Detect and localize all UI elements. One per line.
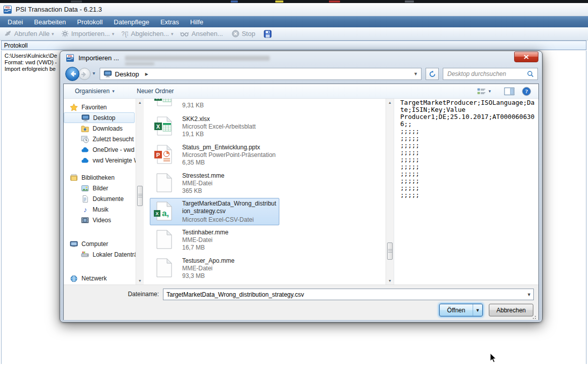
file-type: MME-Datei [182,180,213,187]
scroll-up-icon[interactable]: ▲ [386,99,394,106]
resize-grip[interactable] [530,313,536,319]
file-item-targetmarketdata-selected[interactable]: a,X TargetMarketData_Wrong_distribution_… [144,197,386,226]
sidebar-scrollbar[interactable]: ▲ ▼ [136,99,144,285]
fetch-all-button[interactable]: Abrufen Alle ▾ [4,30,54,37]
sidebar-item-local-disk[interactable]: Lokaler Datenträg [64,249,136,260]
sidebar-item-dokumente[interactable]: Dokumente [64,193,136,204]
music-note-icon: ♪ [81,206,90,214]
file-size: 93,3 MB [182,272,205,280]
svg-text:X: X [156,124,160,130]
sidebar-group-netzwerk[interactable]: Netzwerk [64,273,136,283]
breadcrumb-arrow-icon[interactable]: ▶ [145,72,148,76]
sidebar-item-label: Dokumente [93,195,123,202]
breadcrumb[interactable]: Desktop ▶ ▼ [100,68,422,80]
help-icon[interactable]: ? [522,87,531,96]
sidebar-item-onedrive[interactable]: OneDrive - vwd V [64,144,136,155]
sidebar-item-label: vwd Vereinigte W [93,157,136,164]
svg-text:a,: a, [162,209,169,218]
sidebar-item-bilder[interactable]: Bilder [64,183,136,193]
sidebar-item-recent[interactable]: Zuletzt besucht [64,134,136,144]
file-item-testinhaber[interactable]: Testinhaber.mme MME-Datei 16,7 MB [144,226,386,254]
close-button[interactable] [514,52,538,62]
sidebar-item-vwd-cloud[interactable]: vwd Vereinigte W [64,155,136,166]
search-icon[interactable] [527,70,538,78]
file-item-partial[interactable]: X 9,31 KB [144,99,386,112]
sidebar-item-desktop[interactable]: Desktop [64,112,135,123]
film-icon [81,216,90,224]
sidebar-item-label: Lokaler Datenträg [93,251,136,258]
file-list: X 9,31 KB X SKK2.xlsx Microsoft Excel-Ar… [144,99,386,285]
fetch-all-label: Abrufen Alle [14,30,50,37]
sidebar-group-label: Computer [81,240,108,248]
sidebar-group-label: Favoriten [81,104,107,111]
file-list-scrollbar[interactable]: ▲ ▼ [386,99,394,285]
sidebar-item-videos[interactable]: Videos [64,215,136,225]
menu-protokoll[interactable]: Protokoll [71,17,108,27]
address-dropdown-icon[interactable]: ▼ [413,71,418,76]
file-item-stresstest[interactable]: Stresstest.mme MME-Datei 365 KB [144,169,386,197]
sidebar-group-computer[interactable]: Computer [64,238,136,249]
file-name: Status_pm_Entwicklung.pptx [182,144,334,151]
fetch-icon [4,30,12,37]
file-type: MME-Datei [182,265,213,272]
view-button[interactable]: Ansehen... [180,30,224,37]
file-item-testuser-apo[interactable]: Testuser_Apo.mme MME-Datei 93,3 MB [144,254,386,282]
scrollbar-thumb[interactable] [137,186,143,206]
protokoll-panel-header: Protokoll [1,40,586,50]
search-input[interactable] [443,70,527,77]
menu-datenpflege[interactable]: Datenpflege [108,17,155,27]
refresh-icon [429,70,436,78]
save-button[interactable] [264,30,272,38]
open-split-dropdown-icon[interactable]: ▼ [473,304,482,316]
stop-button[interactable]: Stop [232,30,257,37]
file-name: Testinhaber.mme [182,229,334,236]
libraries-icon [70,174,78,182]
menu-hilfe[interactable]: Hilfe [185,17,209,27]
views-button[interactable]: ▾ [477,88,491,95]
desktop-icon [81,114,90,122]
sidebar-group-bibliotheken[interactable]: Bibliotheken [64,172,136,183]
cloud-icon [81,146,90,154]
filename-input[interactable] [163,291,525,298]
sidebar-item-label: Bilder [93,185,108,192]
match-button[interactable]: ?{⁞ Abgleichen... ▾ [121,30,174,37]
sidebar-item-label: Musik [93,206,108,213]
sidebar-item-downloads[interactable]: Downloads [64,123,136,134]
save-disk-icon [264,30,272,38]
star-icon [70,103,78,111]
sidebar-item-musik[interactable]: ♪ Musik [64,204,136,215]
file-item-status-pptx[interactable]: P Status_pm_Entwicklung.pptx Microsoft P… [144,141,386,169]
history-dropdown-icon[interactable]: ▾ [93,70,95,76]
breadcrumb-location[interactable]: Desktop [115,70,139,78]
scroll-down-icon[interactable]: ▼ [136,277,144,285]
import-button[interactable]: Importieren... ▾ [61,30,114,37]
scrollbar-thumb[interactable] [387,242,393,260]
refresh-button[interactable] [426,68,439,80]
menu-extras[interactable]: Extras [155,17,185,27]
back-arrow-icon [66,70,79,78]
chevron-down-icon: ▾ [488,89,491,94]
menu-datei[interactable]: Datei [2,17,28,27]
back-button[interactable] [65,67,79,81]
preview-file-content: TargetMarketProducer;ISOLanguage;Date;IS… [400,99,534,198]
svg-text:PSI: PSI [6,6,10,9]
desktop-fragment [275,1,283,3]
file-item-skk2[interactable]: X SKK2.xlsx Microsoft Excel-Arbeitsblatt… [144,112,386,141]
filename-dropdown-icon[interactable]: ▼ [525,292,533,297]
cancel-button[interactable]: Abbrechen [489,304,533,316]
dialog-footer: Dateiname: ▼ Öffnen ▼ Abbrechen [64,285,538,320]
open-button[interactable]: Öffnen ▼ [439,304,483,316]
scroll-up-icon[interactable]: ▲ [136,99,144,106]
file-type: Microsoft Excel-Arbeitsblatt [182,123,256,131]
preview-pane: TargetMarketProducer;ISOLanguage;Date;IS… [394,99,538,285]
new-folder-button[interactable]: Neuer Ordner [137,88,174,95]
menu-bearbeiten[interactable]: Bearbeiten [28,17,71,27]
hard-drive-icon [81,251,90,259]
organize-button[interactable]: Organisieren ▾ [75,88,114,95]
recent-places-icon [81,135,90,143]
preview-pane-button[interactable] [504,87,515,96]
open-button-label[interactable]: Öffnen [440,304,473,316]
scroll-down-icon[interactable]: ▼ [386,277,394,285]
forward-button[interactable] [78,68,91,80]
sidebar-group-favoriten[interactable]: Favoriten [64,102,136,112]
